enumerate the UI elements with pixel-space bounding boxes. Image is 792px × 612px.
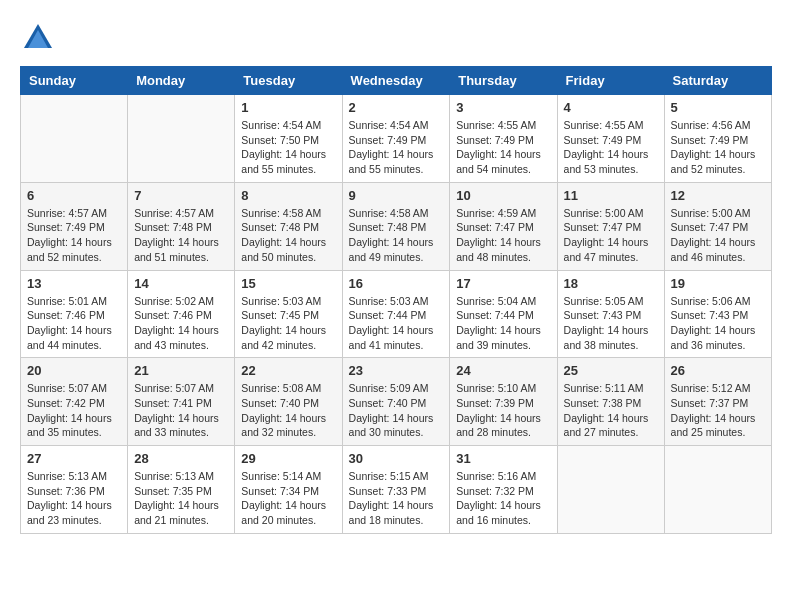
- day-info: Sunrise: 4:56 AMSunset: 7:49 PMDaylight:…: [671, 118, 765, 177]
- day-number: 5: [671, 100, 765, 115]
- day-number: 11: [564, 188, 658, 203]
- day-number: 7: [134, 188, 228, 203]
- calendar-cell: 18Sunrise: 5:05 AMSunset: 7:43 PMDayligh…: [557, 270, 664, 358]
- calendar-cell: 30Sunrise: 5:15 AMSunset: 7:33 PMDayligh…: [342, 446, 450, 534]
- calendar-cell: 14Sunrise: 5:02 AMSunset: 7:46 PMDayligh…: [128, 270, 235, 358]
- calendar-cell: 13Sunrise: 5:01 AMSunset: 7:46 PMDayligh…: [21, 270, 128, 358]
- calendar-cell: 10Sunrise: 4:59 AMSunset: 7:47 PMDayligh…: [450, 182, 557, 270]
- day-number: 8: [241, 188, 335, 203]
- day-info: Sunrise: 4:58 AMSunset: 7:48 PMDaylight:…: [241, 206, 335, 265]
- day-number: 20: [27, 363, 121, 378]
- calendar-week-row: 27Sunrise: 5:13 AMSunset: 7:36 PMDayligh…: [21, 446, 772, 534]
- day-info: Sunrise: 4:55 AMSunset: 7:49 PMDaylight:…: [456, 118, 550, 177]
- day-number: 2: [349, 100, 444, 115]
- day-info: Sunrise: 4:54 AMSunset: 7:49 PMDaylight:…: [349, 118, 444, 177]
- day-info: Sunrise: 5:08 AMSunset: 7:40 PMDaylight:…: [241, 381, 335, 440]
- day-header-friday: Friday: [557, 67, 664, 95]
- day-info: Sunrise: 4:54 AMSunset: 7:50 PMDaylight:…: [241, 118, 335, 177]
- day-number: 9: [349, 188, 444, 203]
- day-header-sunday: Sunday: [21, 67, 128, 95]
- day-number: 15: [241, 276, 335, 291]
- calendar-cell: 11Sunrise: 5:00 AMSunset: 7:47 PMDayligh…: [557, 182, 664, 270]
- day-number: 6: [27, 188, 121, 203]
- day-info: Sunrise: 5:16 AMSunset: 7:32 PMDaylight:…: [456, 469, 550, 528]
- day-info: Sunrise: 4:55 AMSunset: 7:49 PMDaylight:…: [564, 118, 658, 177]
- day-header-tuesday: Tuesday: [235, 67, 342, 95]
- day-number: 4: [564, 100, 658, 115]
- calendar-cell: 15Sunrise: 5:03 AMSunset: 7:45 PMDayligh…: [235, 270, 342, 358]
- calendar-cell: 6Sunrise: 4:57 AMSunset: 7:49 PMDaylight…: [21, 182, 128, 270]
- calendar-cell: 3Sunrise: 4:55 AMSunset: 7:49 PMDaylight…: [450, 95, 557, 183]
- calendar-cell: [664, 446, 771, 534]
- calendar-cell: [21, 95, 128, 183]
- day-header-monday: Monday: [128, 67, 235, 95]
- day-number: 31: [456, 451, 550, 466]
- day-number: 17: [456, 276, 550, 291]
- calendar-cell: 16Sunrise: 5:03 AMSunset: 7:44 PMDayligh…: [342, 270, 450, 358]
- day-number: 14: [134, 276, 228, 291]
- calendar-cell: 9Sunrise: 4:58 AMSunset: 7:48 PMDaylight…: [342, 182, 450, 270]
- calendar-cell: 19Sunrise: 5:06 AMSunset: 7:43 PMDayligh…: [664, 270, 771, 358]
- day-info: Sunrise: 5:02 AMSunset: 7:46 PMDaylight:…: [134, 294, 228, 353]
- day-info: Sunrise: 5:09 AMSunset: 7:40 PMDaylight:…: [349, 381, 444, 440]
- calendar-cell: 26Sunrise: 5:12 AMSunset: 7:37 PMDayligh…: [664, 358, 771, 446]
- day-info: Sunrise: 5:15 AMSunset: 7:33 PMDaylight:…: [349, 469, 444, 528]
- day-info: Sunrise: 5:12 AMSunset: 7:37 PMDaylight:…: [671, 381, 765, 440]
- calendar-cell: 28Sunrise: 5:13 AMSunset: 7:35 PMDayligh…: [128, 446, 235, 534]
- day-info: Sunrise: 5:14 AMSunset: 7:34 PMDaylight:…: [241, 469, 335, 528]
- day-info: Sunrise: 5:07 AMSunset: 7:42 PMDaylight:…: [27, 381, 121, 440]
- calendar-week-row: 1Sunrise: 4:54 AMSunset: 7:50 PMDaylight…: [21, 95, 772, 183]
- calendar-cell: 22Sunrise: 5:08 AMSunset: 7:40 PMDayligh…: [235, 358, 342, 446]
- day-number: 16: [349, 276, 444, 291]
- calendar-cell: 20Sunrise: 5:07 AMSunset: 7:42 PMDayligh…: [21, 358, 128, 446]
- day-number: 27: [27, 451, 121, 466]
- day-number: 12: [671, 188, 765, 203]
- day-info: Sunrise: 5:03 AMSunset: 7:45 PMDaylight:…: [241, 294, 335, 353]
- day-number: 13: [27, 276, 121, 291]
- day-header-thursday: Thursday: [450, 67, 557, 95]
- calendar-cell: 5Sunrise: 4:56 AMSunset: 7:49 PMDaylight…: [664, 95, 771, 183]
- day-info: Sunrise: 5:10 AMSunset: 7:39 PMDaylight:…: [456, 381, 550, 440]
- day-info: Sunrise: 5:03 AMSunset: 7:44 PMDaylight:…: [349, 294, 444, 353]
- day-number: 1: [241, 100, 335, 115]
- day-info: Sunrise: 4:57 AMSunset: 7:49 PMDaylight:…: [27, 206, 121, 265]
- calendar-cell: 2Sunrise: 4:54 AMSunset: 7:49 PMDaylight…: [342, 95, 450, 183]
- day-number: 26: [671, 363, 765, 378]
- calendar-week-row: 20Sunrise: 5:07 AMSunset: 7:42 PMDayligh…: [21, 358, 772, 446]
- logo-icon: [20, 20, 56, 56]
- day-info: Sunrise: 4:58 AMSunset: 7:48 PMDaylight:…: [349, 206, 444, 265]
- day-info: Sunrise: 5:04 AMSunset: 7:44 PMDaylight:…: [456, 294, 550, 353]
- calendar-cell: 31Sunrise: 5:16 AMSunset: 7:32 PMDayligh…: [450, 446, 557, 534]
- day-header-wednesday: Wednesday: [342, 67, 450, 95]
- calendar-cell: 23Sunrise: 5:09 AMSunset: 7:40 PMDayligh…: [342, 358, 450, 446]
- day-info: Sunrise: 5:11 AMSunset: 7:38 PMDaylight:…: [564, 381, 658, 440]
- day-number: 24: [456, 363, 550, 378]
- day-number: 30: [349, 451, 444, 466]
- day-number: 18: [564, 276, 658, 291]
- calendar-cell: 8Sunrise: 4:58 AMSunset: 7:48 PMDaylight…: [235, 182, 342, 270]
- calendar-cell: 25Sunrise: 5:11 AMSunset: 7:38 PMDayligh…: [557, 358, 664, 446]
- calendar-cell: 1Sunrise: 4:54 AMSunset: 7:50 PMDaylight…: [235, 95, 342, 183]
- day-number: 21: [134, 363, 228, 378]
- day-info: Sunrise: 5:07 AMSunset: 7:41 PMDaylight:…: [134, 381, 228, 440]
- calendar-cell: 24Sunrise: 5:10 AMSunset: 7:39 PMDayligh…: [450, 358, 557, 446]
- calendar-cell: 21Sunrise: 5:07 AMSunset: 7:41 PMDayligh…: [128, 358, 235, 446]
- day-info: Sunrise: 4:59 AMSunset: 7:47 PMDaylight:…: [456, 206, 550, 265]
- calendar-cell: [557, 446, 664, 534]
- calendar-cell: 4Sunrise: 4:55 AMSunset: 7:49 PMDaylight…: [557, 95, 664, 183]
- day-info: Sunrise: 5:06 AMSunset: 7:43 PMDaylight:…: [671, 294, 765, 353]
- day-info: Sunrise: 5:13 AMSunset: 7:35 PMDaylight:…: [134, 469, 228, 528]
- calendar-header-row: SundayMondayTuesdayWednesdayThursdayFrid…: [21, 67, 772, 95]
- day-number: 23: [349, 363, 444, 378]
- calendar-table: SundayMondayTuesdayWednesdayThursdayFrid…: [20, 66, 772, 534]
- page-header: [20, 20, 772, 56]
- day-number: 25: [564, 363, 658, 378]
- day-info: Sunrise: 4:57 AMSunset: 7:48 PMDaylight:…: [134, 206, 228, 265]
- calendar-week-row: 6Sunrise: 4:57 AMSunset: 7:49 PMDaylight…: [21, 182, 772, 270]
- calendar-cell: 27Sunrise: 5:13 AMSunset: 7:36 PMDayligh…: [21, 446, 128, 534]
- day-info: Sunrise: 5:00 AMSunset: 7:47 PMDaylight:…: [564, 206, 658, 265]
- day-info: Sunrise: 5:00 AMSunset: 7:47 PMDaylight:…: [671, 206, 765, 265]
- day-number: 29: [241, 451, 335, 466]
- logo: [20, 20, 60, 56]
- day-number: 19: [671, 276, 765, 291]
